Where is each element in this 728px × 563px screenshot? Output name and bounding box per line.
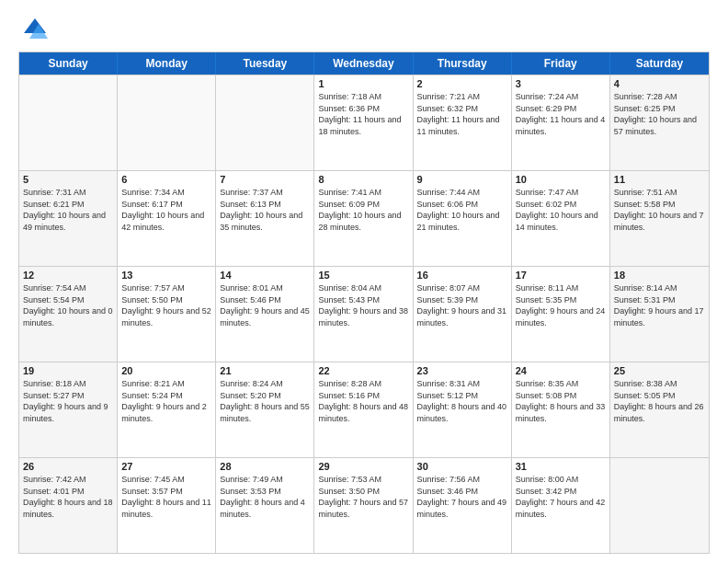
- day-number: 7: [220, 174, 310, 185]
- day-cell-13: 13Sunrise: 7:57 AMSunset: 5:50 PMDayligh…: [118, 267, 216, 362]
- day-info: Sunrise: 7:57 AMSunset: 5:50 PMDaylight:…: [121, 282, 211, 328]
- day-info: Sunrise: 7:21 AMSunset: 6:32 PMDaylight:…: [417, 91, 507, 137]
- day-info: Sunrise: 7:31 AMSunset: 6:21 PMDaylight:…: [23, 187, 113, 233]
- day-number: 2: [417, 78, 507, 89]
- calendar-row-1: 5Sunrise: 7:31 AMSunset: 6:21 PMDaylight…: [19, 170, 709, 266]
- day-info: Sunrise: 7:24 AMSunset: 6:29 PMDaylight:…: [516, 91, 606, 137]
- day-cell-22: 22Sunrise: 8:28 AMSunset: 5:16 PMDayligh…: [314, 362, 413, 457]
- day-info: Sunrise: 8:21 AMSunset: 5:24 PMDaylight:…: [121, 378, 211, 424]
- day-info: Sunrise: 8:31 AMSunset: 5:12 PMDaylight:…: [417, 378, 507, 424]
- day-info: Sunrise: 7:49 AMSunset: 3:53 PMDaylight:…: [220, 474, 310, 520]
- day-cell-3: 3Sunrise: 7:24 AMSunset: 6:29 PMDaylight…: [512, 75, 610, 170]
- day-number: 18: [614, 270, 705, 281]
- logo-icon: [20, 15, 50, 44]
- calendar-row-2: 12Sunrise: 7:54 AMSunset: 5:54 PMDayligh…: [19, 266, 709, 362]
- day-number: 3: [516, 78, 606, 89]
- day-number: 9: [417, 174, 507, 185]
- day-cell-26: 26Sunrise: 7:42 AMSunset: 4:01 PMDayligh…: [19, 458, 118, 553]
- logo: [18, 15, 50, 44]
- day-number: 20: [121, 365, 211, 376]
- day-cell-27: 27Sunrise: 7:45 AMSunset: 3:57 PMDayligh…: [118, 458, 216, 553]
- day-info: Sunrise: 8:14 AMSunset: 5:31 PMDaylight:…: [614, 282, 705, 328]
- day-cell-21: 21Sunrise: 8:24 AMSunset: 5:20 PMDayligh…: [216, 362, 314, 457]
- day-number: 6: [121, 174, 211, 185]
- day-number: 8: [318, 174, 408, 185]
- day-number: 12: [23, 270, 113, 281]
- day-number: 1: [318, 78, 408, 89]
- calendar: SundayMondayTuesdayWednesdayThursdayFrid…: [18, 52, 710, 554]
- day-cell-18: 18Sunrise: 8:14 AMSunset: 5:31 PMDayligh…: [610, 267, 709, 362]
- day-cell-14: 14Sunrise: 8:01 AMSunset: 5:46 PMDayligh…: [216, 267, 314, 362]
- calendar-header: SundayMondayTuesdayWednesdayThursdayFrid…: [19, 52, 709, 75]
- day-cell-16: 16Sunrise: 8:07 AMSunset: 5:39 PMDayligh…: [414, 267, 512, 362]
- day-cell-25: 25Sunrise: 8:38 AMSunset: 5:05 PMDayligh…: [610, 362, 709, 457]
- day-number: 11: [614, 174, 705, 185]
- day-info: Sunrise: 8:28 AMSunset: 5:16 PMDaylight:…: [318, 378, 408, 424]
- day-number: 23: [417, 365, 507, 376]
- day-number: 17: [516, 270, 606, 281]
- page: SundayMondayTuesdayWednesdayThursdayFrid…: [0, 0, 728, 563]
- day-info: Sunrise: 7:37 AMSunset: 6:13 PMDaylight:…: [220, 187, 310, 233]
- day-info: Sunrise: 7:34 AMSunset: 6:17 PMDaylight:…: [121, 187, 211, 233]
- day-cell-20: 20Sunrise: 8:21 AMSunset: 5:24 PMDayligh…: [118, 362, 216, 457]
- day-number: 26: [23, 461, 113, 472]
- day-cell-19: 19Sunrise: 8:18 AMSunset: 5:27 PMDayligh…: [19, 362, 118, 457]
- day-cell-30: 30Sunrise: 7:56 AMSunset: 3:46 PMDayligh…: [414, 458, 512, 553]
- day-number: 25: [614, 365, 705, 376]
- weekday-header-saturday: Saturday: [610, 52, 709, 75]
- day-cell-1: 1Sunrise: 7:18 AMSunset: 6:36 PMDaylight…: [314, 75, 413, 170]
- weekday-header-sunday: Sunday: [19, 52, 118, 75]
- day-info: Sunrise: 7:41 AMSunset: 6:09 PMDaylight:…: [318, 187, 408, 233]
- day-number: 24: [516, 365, 606, 376]
- day-info: Sunrise: 7:28 AMSunset: 6:25 PMDaylight:…: [614, 91, 705, 137]
- day-number: 4: [614, 78, 705, 89]
- day-info: Sunrise: 7:56 AMSunset: 3:46 PMDaylight:…: [417, 474, 507, 520]
- day-info: Sunrise: 7:44 AMSunset: 6:06 PMDaylight:…: [417, 187, 507, 233]
- day-info: Sunrise: 8:24 AMSunset: 5:20 PMDaylight:…: [220, 378, 310, 424]
- day-info: Sunrise: 7:51 AMSunset: 5:58 PMDaylight:…: [614, 187, 705, 233]
- empty-cell: [118, 75, 216, 170]
- day-number: 31: [516, 461, 606, 472]
- day-info: Sunrise: 7:54 AMSunset: 5:54 PMDaylight:…: [23, 282, 113, 328]
- day-number: 21: [220, 365, 310, 376]
- empty-cell: [216, 75, 314, 170]
- day-cell-31: 31Sunrise: 8:00 AMSunset: 3:42 PMDayligh…: [512, 458, 610, 553]
- day-info: Sunrise: 8:38 AMSunset: 5:05 PMDaylight:…: [614, 378, 705, 424]
- header: [18, 15, 710, 44]
- calendar-body: 1Sunrise: 7:18 AMSunset: 6:36 PMDaylight…: [19, 75, 709, 553]
- weekday-header-monday: Monday: [118, 52, 216, 75]
- empty-cell: [19, 75, 118, 170]
- day-cell-12: 12Sunrise: 7:54 AMSunset: 5:54 PMDayligh…: [19, 267, 118, 362]
- day-number: 27: [121, 461, 211, 472]
- weekday-header-friday: Friday: [512, 52, 610, 75]
- day-number: 16: [417, 270, 507, 281]
- day-number: 30: [417, 461, 507, 472]
- day-cell-28: 28Sunrise: 7:49 AMSunset: 3:53 PMDayligh…: [216, 458, 314, 553]
- day-info: Sunrise: 7:42 AMSunset: 4:01 PMDaylight:…: [23, 474, 113, 520]
- day-number: 28: [220, 461, 310, 472]
- weekday-header-wednesday: Wednesday: [314, 52, 413, 75]
- day-cell-24: 24Sunrise: 8:35 AMSunset: 5:08 PMDayligh…: [512, 362, 610, 457]
- day-info: Sunrise: 7:47 AMSunset: 6:02 PMDaylight:…: [516, 187, 606, 233]
- day-cell-8: 8Sunrise: 7:41 AMSunset: 6:09 PMDaylight…: [314, 171, 413, 266]
- day-cell-6: 6Sunrise: 7:34 AMSunset: 6:17 PMDaylight…: [118, 171, 216, 266]
- day-number: 22: [318, 365, 408, 376]
- calendar-row-3: 19Sunrise: 8:18 AMSunset: 5:27 PMDayligh…: [19, 362, 709, 457]
- day-number: 19: [23, 365, 113, 376]
- day-number: 10: [516, 174, 606, 185]
- day-info: Sunrise: 8:18 AMSunset: 5:27 PMDaylight:…: [23, 378, 113, 424]
- day-info: Sunrise: 8:04 AMSunset: 5:43 PMDaylight:…: [318, 282, 408, 328]
- day-info: Sunrise: 7:45 AMSunset: 3:57 PMDaylight:…: [121, 474, 211, 520]
- day-info: Sunrise: 8:07 AMSunset: 5:39 PMDaylight:…: [417, 282, 507, 328]
- day-info: Sunrise: 7:53 AMSunset: 3:50 PMDaylight:…: [318, 474, 408, 520]
- day-number: 14: [220, 270, 310, 281]
- empty-cell: [610, 458, 709, 553]
- day-info: Sunrise: 7:18 AMSunset: 6:36 PMDaylight:…: [318, 91, 408, 137]
- day-info: Sunrise: 8:01 AMSunset: 5:46 PMDaylight:…: [220, 282, 310, 328]
- day-cell-15: 15Sunrise: 8:04 AMSunset: 5:43 PMDayligh…: [314, 267, 413, 362]
- day-number: 13: [121, 270, 211, 281]
- day-number: 29: [318, 461, 408, 472]
- logo-text: [18, 15, 50, 44]
- weekday-header-thursday: Thursday: [414, 52, 512, 75]
- day-number: 5: [23, 174, 113, 185]
